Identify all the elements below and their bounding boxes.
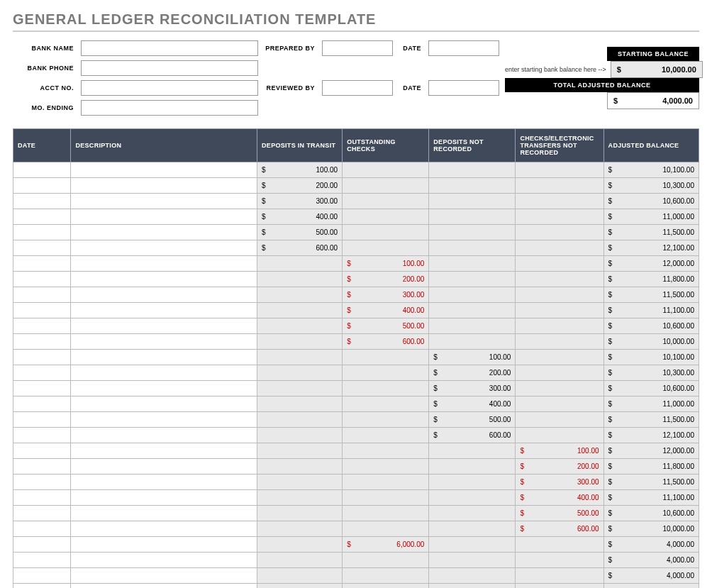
cell-date[interactable] [13, 272, 71, 287]
cell-description[interactable] [71, 350, 257, 365]
cell-date[interactable] [13, 584, 71, 589]
cell[interactable] [343, 365, 429, 381]
cell[interactable] [516, 318, 603, 334]
cell-description[interactable] [71, 396, 257, 412]
cell-date[interactable] [13, 209, 71, 225]
mo-ending-field[interactable] [81, 100, 258, 116]
cell[interactable]: $4,000.00 [603, 584, 699, 589]
cell-description[interactable] [71, 303, 257, 318]
cell[interactable] [516, 584, 603, 589]
cell[interactable] [516, 209, 603, 225]
cell[interactable] [343, 475, 429, 490]
cell[interactable]: $11,500.00 [603, 287, 699, 303]
cell[interactable] [257, 381, 343, 396]
cell[interactable] [429, 318, 516, 334]
cell[interactable]: $10,600.00 [603, 318, 699, 334]
cell[interactable] [257, 475, 343, 490]
cell[interactable] [257, 553, 343, 568]
starting-balance-value[interactable]: $10,000.00 [611, 61, 703, 78]
cell-description[interactable] [71, 225, 257, 240]
cell[interactable] [343, 443, 429, 459]
cell[interactable] [343, 162, 429, 178]
cell-description[interactable] [71, 287, 257, 303]
cell[interactable]: $11,100.00 [603, 490, 699, 506]
cell[interactable]: $500.00 [516, 506, 603, 521]
cell[interactable] [429, 521, 516, 537]
cell-description[interactable] [71, 443, 257, 459]
cell[interactable]: $100.00 [343, 256, 429, 272]
bank-name-field[interactable] [81, 40, 258, 56]
cell[interactable] [429, 568, 516, 584]
cell[interactable] [343, 412, 429, 428]
cell[interactable] [343, 459, 429, 475]
cell[interactable]: $100.00 [257, 162, 343, 178]
cell-date[interactable] [13, 553, 71, 568]
cell[interactable] [516, 381, 603, 396]
cell-date[interactable] [13, 303, 71, 318]
acct-no-field[interactable] [81, 80, 258, 96]
cell-description[interactable] [71, 365, 257, 381]
cell[interactable] [257, 396, 343, 412]
cell[interactable] [257, 272, 343, 287]
cell[interactable] [429, 553, 516, 568]
cell-description[interactable] [71, 428, 257, 443]
cell[interactable]: $400.00 [429, 396, 516, 412]
cell[interactable]: $11,800.00 [603, 272, 699, 287]
cell[interactable]: $300.00 [429, 381, 516, 396]
cell[interactable] [429, 490, 516, 506]
cell[interactable] [257, 521, 343, 537]
cell-date[interactable] [13, 350, 71, 365]
cell-date[interactable] [13, 396, 71, 412]
cell[interactable]: $400.00 [257, 209, 343, 225]
cell[interactable] [516, 350, 603, 365]
cell[interactable] [516, 396, 603, 412]
cell-description[interactable] [71, 459, 257, 475]
cell[interactable] [429, 178, 516, 194]
cell[interactable] [257, 334, 343, 350]
cell[interactable]: $6,000.00 [343, 537, 429, 553]
cell[interactable]: $11,500.00 [603, 475, 699, 490]
cell-description[interactable] [71, 584, 257, 589]
cell-date[interactable] [13, 490, 71, 506]
cell-date[interactable] [13, 568, 71, 584]
cell[interactable] [516, 568, 603, 584]
cell[interactable]: $11,000.00 [603, 396, 699, 412]
cell[interactable]: $400.00 [516, 490, 603, 506]
cell[interactable]: $400.00 [343, 303, 429, 318]
cell[interactable] [343, 178, 429, 194]
cell[interactable]: $500.00 [257, 225, 343, 240]
cell[interactable] [257, 287, 343, 303]
cell[interactable]: $10,000.00 [603, 334, 699, 350]
cell[interactable] [257, 459, 343, 475]
cell[interactable] [516, 178, 603, 194]
cell[interactable] [343, 240, 429, 256]
cell[interactable] [343, 381, 429, 396]
date-field-2[interactable] [428, 80, 499, 96]
cell[interactable] [429, 240, 516, 256]
cell-date[interactable] [13, 521, 71, 537]
cell[interactable] [429, 162, 516, 178]
cell[interactable]: $10,600.00 [603, 381, 699, 396]
cell[interactable]: $4,000.00 [603, 568, 699, 584]
cell-description[interactable] [71, 553, 257, 568]
cell[interactable] [257, 506, 343, 521]
cell-date[interactable] [13, 459, 71, 475]
cell[interactable] [516, 240, 603, 256]
cell[interactable]: $10,100.00 [603, 350, 699, 365]
cell-date[interactable] [13, 537, 71, 553]
cell[interactable] [516, 365, 603, 381]
cell[interactable] [429, 209, 516, 225]
cell-date[interactable] [13, 443, 71, 459]
cell-date[interactable] [13, 506, 71, 521]
cell[interactable] [257, 256, 343, 272]
cell-description[interactable] [71, 209, 257, 225]
cell[interactable] [343, 209, 429, 225]
cell[interactable] [343, 490, 429, 506]
cell[interactable]: $200.00 [343, 272, 429, 287]
cell[interactable] [516, 256, 603, 272]
cell[interactable]: $600.00 [429, 428, 516, 443]
cell[interactable] [257, 350, 343, 365]
cell[interactable]: $600.00 [257, 240, 343, 256]
cell[interactable] [516, 287, 603, 303]
cell[interactable]: $11,500.00 [603, 225, 699, 240]
